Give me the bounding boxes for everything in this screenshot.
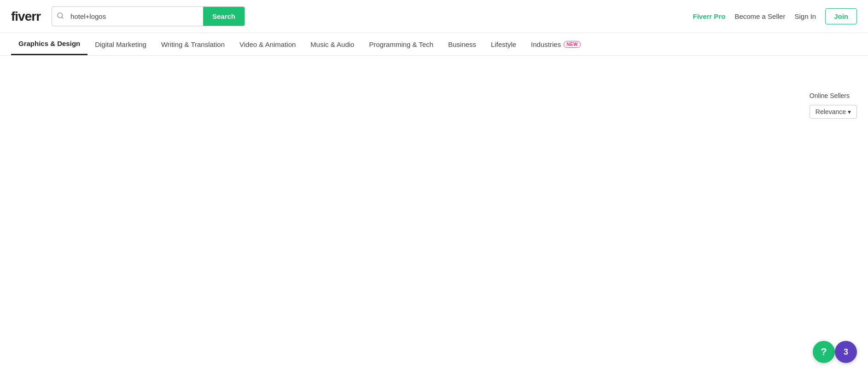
- nav-item-graphics-design[interactable]: Graphics & Design: [11, 33, 87, 55]
- nav-item-business[interactable]: Business: [441, 34, 484, 55]
- nav-item-lifestyle[interactable]: Lifestyle: [484, 34, 524, 55]
- search-icon: [52, 12, 69, 21]
- nav-item-programming-tech[interactable]: Programming & Tech: [361, 34, 441, 55]
- search-bar: Search: [52, 6, 245, 26]
- fiverr-logo: fiverr: [11, 9, 41, 24]
- industries-new-badge: NEW: [564, 41, 581, 48]
- nav-item-music-audio[interactable]: Music & Audio: [303, 34, 361, 55]
- join-button[interactable]: Join: [825, 8, 857, 24]
- nav-item-writing-translation[interactable]: Writing & Translation: [154, 34, 232, 55]
- nav-item-video-animation[interactable]: Video & Animation: [232, 34, 303, 55]
- fiverr-pro-link[interactable]: Fiverr Pro: [693, 12, 726, 20]
- nav-industries-label: Industries: [531, 40, 561, 48]
- svg-line-1: [62, 17, 63, 18]
- main-nav: Graphics & Design Digital Marketing Writ…: [0, 33, 868, 56]
- nav-item-industries[interactable]: Industries NEW: [524, 34, 588, 55]
- nav-wrapper: Graphics & Design Digital Marketing Writ…: [0, 33, 868, 56]
- sign-in-link[interactable]: Sign In: [794, 12, 816, 20]
- search-input[interactable]: [69, 8, 203, 25]
- nav-item-digital-marketing[interactable]: Digital Marketing: [87, 34, 154, 55]
- header-links: Fiverr Pro Become a Seller Sign In Join: [693, 8, 857, 24]
- search-button[interactable]: Search: [203, 7, 245, 26]
- header: fiverr Search Fiverr Pro Become a Seller…: [0, 0, 868, 33]
- become-seller-link[interactable]: Become a Seller: [734, 12, 785, 20]
